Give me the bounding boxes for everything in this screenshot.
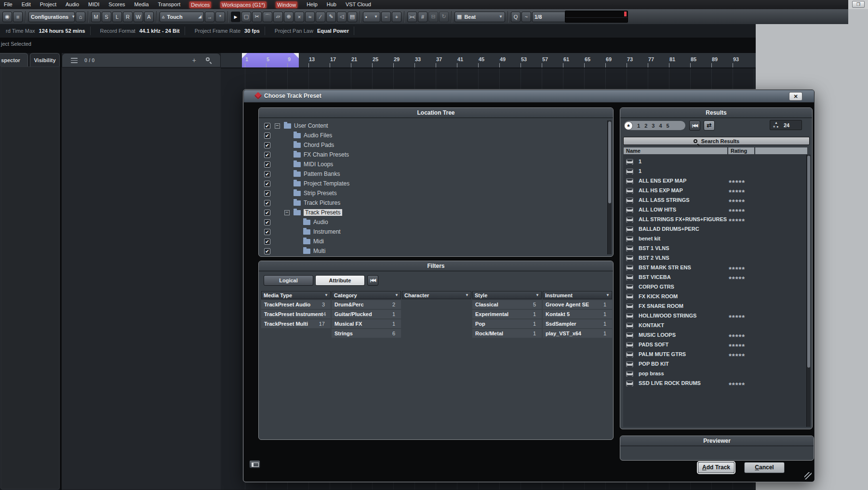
rating-number[interactable]: 5: [667, 123, 669, 129]
tree-item-user-content[interactable]: ✔−User Content: [259, 121, 596, 131]
checkbox[interactable]: ✔: [264, 171, 270, 177]
time-warp-tool[interactable]: ≈: [305, 12, 315, 22]
menu-item-workspaces-g1[interactable]: Workspaces (G1*): [220, 1, 267, 8]
menu-item-window[interactable]: Window: [276, 1, 297, 8]
nudge-button[interactable]: −: [381, 12, 391, 22]
tree-item-strip-presets[interactable]: ✔Strip Presets: [259, 188, 596, 198]
glue-tool[interactable]: ⌒: [263, 12, 272, 22]
result-row[interactable]: BST 1 VLNS: [623, 244, 810, 253]
result-row[interactable]: MUSIC LOOPS*****: [623, 331, 810, 340]
auto-scroll-button[interactable]: →: [205, 12, 214, 22]
menu-item-file[interactable]: File: [4, 1, 13, 8]
tree-item-midi[interactable]: ✔Midi: [259, 237, 596, 246]
resize-grip[interactable]: [804, 472, 812, 479]
menu-item-help[interactable]: Help: [307, 1, 318, 8]
checkbox[interactable]: ✔: [264, 200, 270, 206]
menu-item-vst-cloud[interactable]: VST Cloud: [346, 1, 371, 8]
result-row[interactable]: ALL STRINGS FX+RUNS+FIGURES*****: [623, 215, 810, 225]
filter-column-header[interactable]: Media Type▼: [261, 291, 331, 299]
track-state-button-s[interactable]: S: [102, 12, 111, 22]
results-header-name[interactable]: Name: [623, 147, 728, 155]
wave-quantize-icon[interactable]: ~: [521, 12, 531, 22]
results-scrollbar[interactable]: [806, 155, 811, 427]
checkbox[interactable]: ✔: [264, 190, 270, 197]
cross-marker-button[interactable]: *: [215, 12, 225, 22]
object-selection-tool[interactable]: ►: [231, 12, 240, 22]
color-tool-dropdown[interactable]: ▪▼: [363, 12, 380, 22]
result-row[interactable]: 1: [623, 157, 810, 167]
range-selection-tool[interactable]: ▢: [241, 12, 251, 22]
result-row[interactable]: benet kit: [623, 234, 810, 244]
draw-tool[interactable]: ✎: [326, 12, 336, 22]
tree-item-chord-pads[interactable]: ✔Chord Pads: [259, 140, 596, 150]
checkbox[interactable]: ✔: [264, 123, 270, 129]
menu-item-audio[interactable]: Audio: [66, 1, 79, 8]
track-state-button-w[interactable]: W: [134, 12, 143, 22]
tree-item-multi[interactable]: ✔Multi: [259, 246, 596, 256]
split-tool[interactable]: ✂: [252, 12, 262, 22]
result-row[interactable]: KONTAKT: [623, 321, 810, 331]
configurations-dropdown[interactable]: Configurations▼: [28, 12, 75, 22]
checkbox[interactable]: ✔: [264, 152, 270, 158]
track-list-body[interactable]: [62, 67, 221, 490]
expand-collapse-icon[interactable]: −: [275, 123, 280, 129]
add-track-plus-button[interactable]: +: [192, 56, 196, 64]
tree-item-track-presets[interactable]: ✔−Track Presets: [259, 208, 596, 217]
line-tool[interactable]: ∕: [316, 12, 325, 22]
result-row[interactable]: ALL LASS STRINGS*****: [623, 196, 810, 205]
rating-number[interactable]: 3: [652, 123, 654, 129]
shuffle-results-button[interactable]: ⇄: [704, 120, 715, 131]
rating-number[interactable]: 1: [637, 123, 640, 129]
filter-column-header[interactable]: Instrument▼: [543, 291, 612, 299]
menu-item-edit[interactable]: Edit: [22, 1, 31, 8]
result-row[interactable]: POP BD KIT: [623, 359, 810, 369]
result-row[interactable]: HOLLIWOOD STRINGS*****: [623, 311, 810, 321]
tree-item-midi-loops[interactable]: ✔MIDI Loops: [259, 159, 596, 169]
result-row[interactable]: FX KICK ROOM: [623, 292, 810, 302]
filter-value-row[interactable]: Drum&Perc2: [332, 300, 401, 309]
result-row[interactable]: PALM MUTE GTRS*****: [623, 350, 810, 359]
tree-item-audio[interactable]: ✔Audio: [259, 217, 596, 227]
rating-number[interactable]: 4: [659, 123, 662, 129]
filter-value-row[interactable]: Strings6: [332, 329, 401, 338]
right-locator-icon[interactable]: [294, 53, 299, 58]
result-row[interactable]: CORPO GTRS: [623, 282, 810, 292]
add-track-button[interactable]: Add Track: [698, 462, 734, 473]
cancel-button[interactable]: Cancel: [744, 462, 785, 473]
grid-type-dropdown[interactable]: ▦ Beat▼: [454, 12, 505, 22]
setup-toolbar-button[interactable]: ≡: [13, 12, 23, 22]
filter-value-row[interactable]: play_VST_x641: [543, 329, 612, 338]
filter-column-header[interactable]: Category▼: [332, 291, 401, 299]
tree-scrollbar-thumb[interactable]: [608, 121, 611, 203]
track-state-button-r[interactable]: R: [123, 12, 133, 22]
result-row[interactable]: PADS SOFT*****: [623, 340, 810, 350]
filter-value-row[interactable]: TrackPreset Instrument4: [261, 310, 331, 318]
erase-tool[interactable]: ▱: [273, 12, 283, 22]
menu-item-scores[interactable]: Scores: [108, 1, 125, 8]
snap-type-button[interactable]: ⊟: [428, 12, 438, 22]
window-restore-button[interactable]: ❐: [852, 1, 865, 8]
result-row[interactable]: ALL ENS EXP MAP*****: [623, 176, 810, 186]
menu-item-devices[interactable]: Devices: [189, 1, 211, 8]
tree-item-fx-chain-presets[interactable]: ✔FX Chain Presets: [259, 150, 596, 159]
window-layout-button[interactable]: [249, 460, 260, 468]
checkbox[interactable]: ✔: [264, 142, 270, 148]
filter-column-header[interactable]: Style▼: [472, 291, 542, 299]
result-row[interactable]: ALL LOW HITS*****: [623, 205, 810, 215]
ruler[interactable]: 1591317212529333741454953576165697377818…: [221, 53, 756, 68]
filter-value-row[interactable]: Classical5: [472, 300, 542, 309]
rating-star-icon[interactable]: *: [624, 121, 633, 130]
dialog-title-bar[interactable]: Choose Track Preset ✕: [244, 90, 814, 103]
grid-button[interactable]: #: [418, 12, 427, 22]
filter-value-row[interactable]: Rock/Metal1: [472, 329, 542, 338]
mute-tool[interactable]: ×: [294, 12, 304, 22]
tree-item-track-pictures[interactable]: ✔Track Pictures: [259, 198, 596, 208]
result-row[interactable]: pop brass: [623, 369, 810, 379]
filter-value-row[interactable]: Groove Agent SE1: [543, 300, 612, 309]
checkbox[interactable]: ✔: [264, 210, 270, 216]
result-row[interactable]: 1: [623, 167, 810, 176]
result-row[interactable]: BALLAD DRUMS+PERC: [623, 225, 810, 234]
workspace-home-button[interactable]: ⌂: [76, 12, 85, 22]
close-button[interactable]: ✕: [789, 92, 802, 101]
menu-item-media[interactable]: Media: [134, 1, 149, 8]
